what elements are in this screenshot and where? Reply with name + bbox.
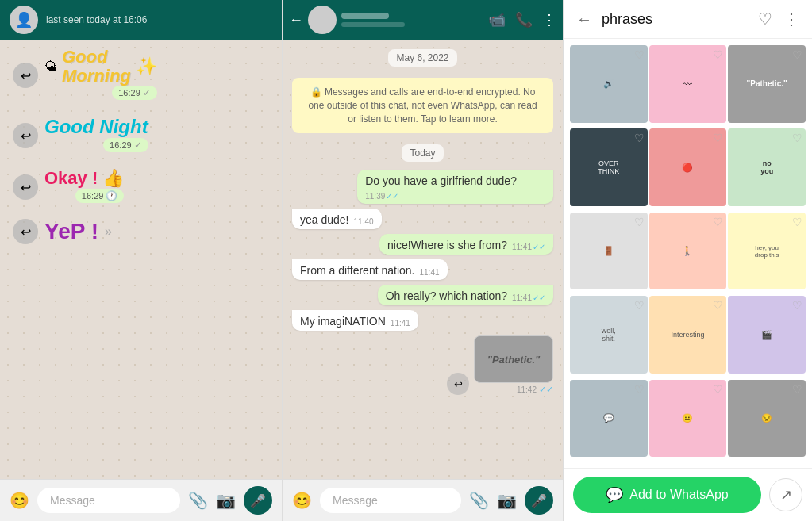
mic-button-mid[interactable]: 🎤 [525,486,553,515]
heart-5[interactable]: ♡ [713,132,723,144]
left-header: 👤 last seen today at 16:06 [0,0,282,40]
heart-3[interactable]: ♡ [792,48,802,61]
message-input-mid[interactable]: Message [320,488,461,513]
check-3: ✓✓ [533,293,545,302]
sticker-cell-10[interactable]: well,shit. ♡ [570,296,648,374]
avatar[interactable]: 👤 [10,6,38,34]
back-button-right[interactable]: ← [576,10,592,29]
chat-avatar[interactable] [308,6,337,34]
time-okay: 16:29 [82,191,104,201]
forward-button-okay[interactable]: ↩ [13,174,38,200]
sticker-cell-3[interactable]: "Pathetic." ♡ [728,45,806,123]
heart-11[interactable]: ♡ [713,299,723,312]
forward-button-yep[interactable]: ↩ [13,219,38,244]
left-chat-bg: ↩ 🌤 GoodMorning ✨ 16:29 ✓ ↩ Good Night 1… [0,40,282,479]
sticker-cell-6[interactable]: noyou ♡ [728,128,806,206]
attach-icon-mid[interactable]: 📎 [469,491,489,510]
forward-icon-pathetic[interactable]: ↩ [447,373,469,395]
sticker-cell-8[interactable]: 🚶 ♡ [649,213,727,290]
star-deco: ✨ [136,56,157,77]
emoji-icon-mid[interactable]: 😊 [292,491,312,510]
message-placeholder-mid: Message [333,494,378,507]
time-badge-night: 16:29 ✓ [103,138,148,152]
sticker-text-good-morning: GoodMorning [62,48,131,86]
msg-sent-3: Oh really? which nation? 11:41 ✓✓ [378,285,553,305]
check-1: ✓✓ [386,192,398,201]
camera-icon-left[interactable]: 📷 [216,491,236,510]
heart-10[interactable]: ♡ [634,299,645,312]
sticker-cell-9[interactable]: hey, youdrop this ♡ [728,213,806,290]
phone-icon[interactable]: 📞 [515,11,533,29]
msg-text-1: Do you have a girlfriend dude? [365,174,517,187]
check-2: ✓✓ [533,243,545,251]
sticker-time: 11:42 [517,385,537,394]
sticker-cell-4[interactable]: OVERTHINK ♡ [570,128,648,206]
time-badge-okay: 16:29 🕐 [75,189,125,203]
time-morning: 16:29 [118,88,140,98]
mic-button-left[interactable]: 🎤 [244,486,272,515]
right-footer: 💬 Add to WhatsApp ↗ [564,468,812,521]
msg-text-r2: From a different nation. [300,264,414,277]
heart-4[interactable]: ♡ [634,132,645,144]
heart-9[interactable]: ♡ [792,216,802,228]
add-button-label: Add to WhatsApp [629,488,729,502]
mid-chat-area: May 6, 2022 🔒 Messages and calls are end… [283,40,563,479]
heart-13[interactable]: ♡ [634,383,645,396]
sticker-cell-5[interactable]: 🔴 ♡ [649,128,727,206]
heart-8[interactable]: ♡ [713,216,723,228]
sticker-row-yep: ↩ YeP ! » [13,219,269,244]
more-icon-mid[interactable]: ⋮ [542,11,556,29]
double-arrow-yep: » [105,224,112,239]
time-badge-morning: 16:29 ✓ [112,86,157,100]
last-seen-status: last seen today at 16:06 [46,14,272,25]
video-call-icon[interactable]: 📹 [488,11,506,29]
back-button-mid[interactable]: ← [289,12,303,29]
heart-15[interactable]: ♡ [792,383,802,396]
mid-header-icons: 📹 📞 ⋮ [488,11,556,29]
panel-left: 👤 last seen today at 16:06 ↩ 🌤 GoodMorni… [0,0,282,521]
sticker-cell-15[interactable]: 😒 ♡ [728,380,806,458]
msg-text-r3: My imagiNATION [300,315,386,328]
date-label: May 6, 2022 [388,49,456,67]
sticker-cell-1[interactable]: 🔊 ♡ [570,45,648,123]
message-input-left[interactable]: Message [37,488,180,513]
heart-6[interactable]: ♡ [792,132,802,144]
sticker-row-morning: ↩ 🌤 GoodMorning ✨ 16:29 ✓ [13,48,269,103]
emoji-icon-left[interactable]: 😊 [10,491,29,510]
sticker-sent-pathetic: ↩ "Pathetic." 11:42 ✓✓ [447,335,553,395]
sticker-cell-2[interactable]: 〰 ♡ [649,45,727,123]
heart-2[interactable]: ♡ [713,48,723,61]
encryption-notice[interactable]: 🔒 Messages and calls are end-to-end encr… [292,78,553,133]
camera-icon-mid[interactable]: 📷 [497,491,517,510]
today-label: Today [402,144,443,162]
forward-button-night[interactable]: ↩ [13,123,38,148]
contact-status-bar [341,22,405,27]
heart-14[interactable]: ♡ [713,383,723,396]
msg-received-3: My imagiNATION 11:41 [292,310,418,331]
share-button[interactable]: ↗ [769,478,802,511]
forward-button[interactable]: ↩ [13,63,38,88]
sticker-cell-7[interactable]: 🚪 ♡ [570,213,648,290]
panel-right: ← phrases ♡ ⋮ 🔊 ♡ 〰 ♡ "Pathetic." ♡ OVER… [564,0,812,521]
pathetic-text: "Pathetic." [487,354,541,366]
sticker-cell-11[interactable]: Interesting ♡ [649,296,727,374]
sticker-text-yep: YeP ! [44,219,98,244]
heart-1[interactable]: ♡ [634,48,645,61]
add-to-whatsapp-button[interactable]: 💬 Add to WhatsApp [573,477,761,513]
pathetic-sticker[interactable]: "Pathetic." [474,335,553,383]
attach-icon-left[interactable]: 📎 [188,491,208,510]
msg-time-1: 11:39 ✓✓ [365,192,398,201]
check-night: ✓ [134,140,142,151]
sticker-cell-13[interactable]: 💬 ♡ [570,380,648,458]
msg-text-r1: yea dude! [300,213,349,226]
sticker-cell-12[interactable]: 🎬 ♡ [728,296,806,374]
heart-7[interactable]: ♡ [634,216,645,228]
whatsapp-logo-icon: 💬 [606,486,623,504]
sticker-cell-14[interactable]: 😐 ♡ [649,380,727,458]
sticker-text-good-night: Good Night [44,116,148,138]
favorite-icon[interactable]: ♡ [758,10,772,29]
more-options-icon[interactable]: ⋮ [783,10,799,29]
check-morning: ✓ [143,87,151,98]
msg-time-r1: 11:40 [354,217,374,226]
heart-12[interactable]: ♡ [792,299,802,312]
